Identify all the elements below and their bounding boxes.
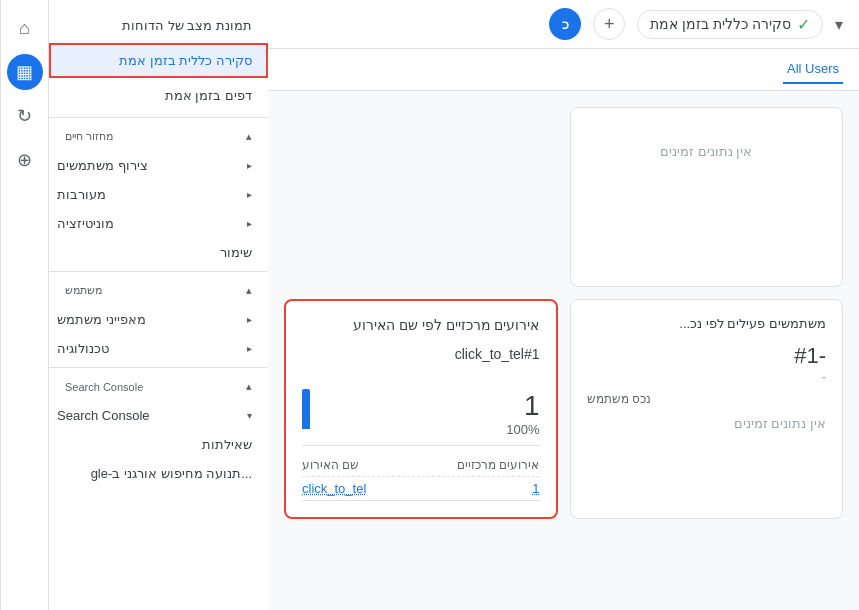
no-data-bottom: אין נתונים זמינים (587, 414, 827, 432)
dash-line: - (587, 369, 827, 384)
report-title-pill[interactable]: ✓ סקירה כללית בזמן אמת (637, 10, 823, 39)
users-metric: -#1 (587, 343, 827, 369)
sidebar-item-search-console[interactable]: ▾ Search Console (49, 401, 268, 430)
avatar[interactable]: כ (549, 8, 581, 40)
sidebar-item-monetization[interactable]: ▸ מוניטיזציה (49, 209, 268, 238)
content-area: אין נתונים זמינים משתמשים פעילים לפי נכ.… (268, 91, 859, 610)
divider-2 (49, 271, 268, 272)
chevron-down-icon-sc: ▾ (247, 410, 252, 421)
active-users-card: משתמשים פעילים לפי נכ... -#1 - נכס משתמש… (570, 299, 844, 519)
event-count-cell: 1 (532, 481, 539, 496)
col-name-header: שם האירוע (302, 458, 359, 472)
event-name-cell: click_to_tel (302, 481, 366, 496)
sidebar-item-dashboard[interactable]: תמונת מצב של הדוחות (49, 8, 268, 43)
explore-icon-button[interactable]: ↻ (7, 98, 43, 134)
events-card: אירועים מרכזיים לפי שם האירוע click_to_t… (284, 299, 558, 519)
home-icon: ⌂ (19, 18, 30, 39)
sidebar-item-retention[interactable]: שימור (49, 238, 268, 267)
lifecycle-section-header[interactable]: ▴ מחזור חיים (49, 122, 268, 151)
sidebar-item-engagement[interactable]: ▸ מעורבות (49, 180, 268, 209)
sidebar: תמונת מצב של הדוחות סקירה כללית בזמן אמת… (48, 0, 268, 610)
add-report-button[interactable]: + (593, 8, 625, 40)
top-event-label: click_to_tel#1 (302, 345, 540, 363)
top-event-name: click_to_tel#1 (455, 346, 540, 362)
sidebar-item-queries[interactable]: שאילתות (49, 430, 268, 459)
no-data-text: אין נתונים זמינים (587, 124, 827, 159)
plus-icon: + (604, 14, 615, 35)
sidebar-item-realtime-overview[interactable]: סקירה כללית בזמן אמת (49, 43, 268, 78)
chevron-up-icon: ▴ (246, 130, 252, 143)
explore-icon: ↻ (17, 105, 32, 127)
bar-chart (302, 379, 310, 429)
bar-chart-icon: ▦ (16, 61, 33, 83)
report-title-text: סקירה כללית בזמן אמת (650, 16, 791, 32)
events-table: אירועים מרכזיים שם האירוע 1 click_to_tel (302, 445, 540, 501)
user-section-header[interactable]: ▴ משתמש (49, 276, 268, 305)
filter-bar: All Users (268, 49, 859, 91)
event-pct: 100% (322, 422, 540, 437)
topbar: ▾ ✓ סקירה כללית בזמן אמת + כ (268, 0, 859, 49)
chevron-right-icon-5: ▸ (247, 343, 252, 354)
sidebar-item-technology[interactable]: ▸ טכנולוגיה (49, 334, 268, 363)
advertising-icon-button[interactable]: ⊕ (7, 142, 43, 178)
avatar-label: כ (562, 17, 569, 32)
bar-chart-icon-button[interactable]: ▦ (7, 54, 43, 90)
chevron-right-icon-3: ▸ (247, 218, 252, 229)
metric-bar-row: 1 100% (302, 371, 540, 437)
divider-3 (49, 367, 268, 368)
event-value-col: 1 100% (322, 390, 540, 437)
chevron-right-icon: ▸ (247, 160, 252, 171)
sidebar-item-user-segment[interactable]: ▸ צירוף משתמשים (49, 151, 268, 180)
sidebar-menu: תמונת מצב של הדוחות סקירה כללית בזמן אמת… (49, 0, 268, 610)
table-header: אירועים מרכזיים שם האירוע (302, 454, 540, 477)
chevron-right-icon-4: ▸ (247, 314, 252, 325)
events-card-title: אירועים מרכזיים לפי שם האירוע (302, 317, 540, 333)
no-data-card-top: אין נתונים זמינים (570, 107, 844, 287)
check-icon: ✓ (797, 15, 810, 34)
table-row: 1 click_to_tel (302, 477, 540, 501)
chevron-right-icon-2: ▸ (247, 189, 252, 200)
bar-segment (302, 389, 310, 429)
chevron-up-icon-2: ▴ (246, 284, 252, 297)
chevron-up-icon-3: ▴ (246, 380, 252, 393)
empty-top-right (284, 107, 558, 287)
bottom-left-label: נכס משתמש (587, 392, 651, 406)
sidebar-item-organic-search[interactable]: ...תנועה מחיפוש אורגני ב-gle (49, 459, 268, 488)
icon-sidebar: ⌂ ▦ ↻ ⊕ (0, 0, 48, 610)
divider-1 (49, 117, 268, 118)
search-console-section-header[interactable]: ▴ Search Console (49, 372, 268, 401)
card-bottom-labels: נכס משתמש (587, 384, 827, 406)
no-data-label-bottom: אין נתונים זמינים (734, 416, 826, 431)
col-event-header: אירועים מרכזיים (457, 458, 539, 472)
sidebar-item-user-attributes[interactable]: ▸ מאפייני משתמש (49, 305, 268, 334)
event-value: 1 (322, 390, 540, 422)
advertising-icon: ⊕ (17, 149, 32, 171)
sidebar-item-realtime-pages[interactable]: דפים בזמן אמת (49, 78, 268, 113)
users-card-title: משתמשים פעילים לפי נכ... (587, 316, 827, 331)
home-icon-button[interactable]: ⌂ (7, 10, 43, 46)
chevron-down-icon[interactable]: ▾ (835, 15, 843, 34)
all-users-tab[interactable]: All Users (783, 55, 843, 84)
